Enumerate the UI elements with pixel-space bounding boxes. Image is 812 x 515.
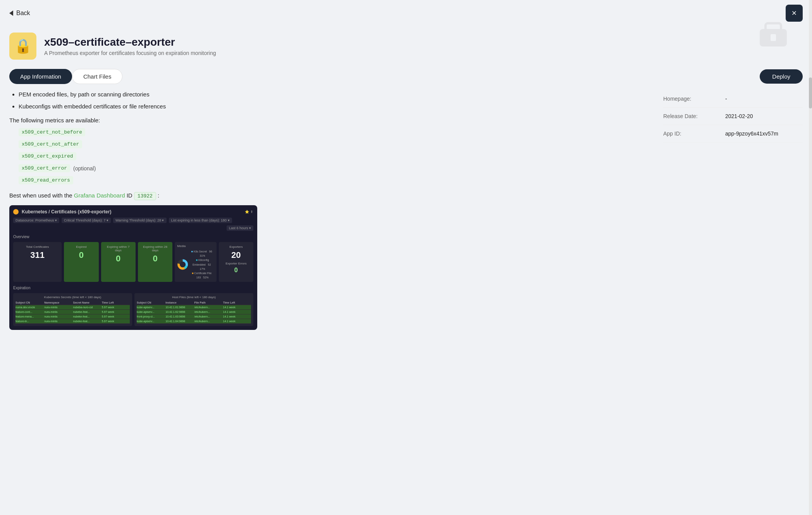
metric-badge: x509_cert_not_before — [19, 128, 85, 136]
metric-label: Expired — [67, 245, 95, 249]
back-label: Back — [16, 10, 30, 17]
exporters-label: Exporters — [222, 245, 250, 249]
expired-box: Expired 0 — [64, 242, 98, 282]
release-date-label: Release Date: — [663, 113, 725, 119]
host-table-title: Host Files (time left < 180 days) — [137, 295, 251, 299]
list-item: PEM encoded files, by path or scanning d… — [19, 90, 640, 99]
list-item: x509_read_errors — [19, 176, 640, 184]
expiring-28-box: Expiring within 28 days 0 — [138, 242, 172, 282]
svg-rect-2 — [771, 34, 776, 41]
list-item: x509_cert_not_after — [19, 140, 640, 148]
metric-value: 0 — [141, 254, 169, 264]
total-certs-box: Total Certificates 311 — [13, 242, 62, 282]
expiring-7-box: Expiring within 7 days 0 — [101, 242, 136, 282]
app-description: A Prometheus exporter for certificates f… — [44, 50, 216, 56]
expiration-grid: Kubernetes Secrets (time left < 180 days… — [13, 293, 253, 326]
metric-label: Expiring within 7 days — [104, 245, 132, 252]
tab-app-information[interactable]: App Information — [9, 69, 72, 84]
app-title: x509–certificate–exporter — [44, 36, 216, 48]
app-icon: 🔒 — [9, 33, 36, 60]
metric-value: 0 — [67, 250, 95, 260]
homepage-value: - — [725, 96, 727, 102]
brand-logo — [758, 19, 789, 48]
metric-badge: x509_cert_error — [19, 164, 70, 172]
metric-label: Expiring within 28 days — [141, 245, 169, 252]
list-item: Kubeconfigs with embedded certificates o… — [19, 102, 640, 111]
grafana-link[interactable]: Grafana Dashboard — [74, 192, 125, 199]
scrollbar-thumb[interactable] — [809, 77, 812, 108]
app-id-row: App ID: app-9pzoy6x41xv57m — [663, 125, 803, 142]
tab-chart-files[interactable]: Chart Files — [72, 69, 123, 84]
dashboard-preview: Kubernetes / Certificates (x509-exporter… — [9, 205, 257, 330]
release-date-value: 2021-02-20 — [725, 113, 753, 119]
metric-value: 311 — [16, 250, 58, 260]
exporter-errors-value: 0 — [222, 267, 250, 274]
k8s-table-title: Kubernetes Secrets (time left < 180 days… — [15, 295, 130, 299]
homepage-label: Homepage: — [663, 96, 725, 102]
exporter-errors-label: Exporter Errors — [222, 262, 250, 265]
exporters-value: 20 — [222, 250, 250, 260]
metric-label: Total Certificates — [16, 245, 58, 249]
host-table: Host Files (time left < 180 days) Subjec… — [134, 293, 253, 326]
overview-label: Overview — [13, 235, 253, 239]
exporters-box: Exporters 20 Exporter Errors 0 — [219, 242, 253, 282]
close-icon: × — [792, 8, 797, 18]
metrics-intro: The following metrics are available: — [9, 117, 640, 124]
app-id-label: App ID: — [663, 130, 725, 137]
media-donut: Media — [175, 242, 216, 282]
scrollbar-track[interactable] — [809, 0, 812, 330]
homepage-row: Homepage: - — [663, 90, 803, 108]
list-item: x509_cert_expired — [19, 152, 640, 160]
grafana-line: Best when used with the Grafana Dashboar… — [9, 192, 640, 199]
metrics-list: x509_cert_not_before x509_cert_not_after… — [9, 128, 640, 184]
dashboard-title: Kubernetes / Certificates (x509-exporter… — [22, 209, 111, 215]
metric-suffix: (optional) — [73, 165, 96, 172]
k8s-table: Kubernetes Secrets (time left < 180 days… — [13, 293, 132, 326]
metric-value: 0 — [104, 254, 132, 264]
metric-badge: x509_read_errors — [19, 176, 73, 184]
back-button[interactable]: Back — [9, 10, 30, 17]
grafana-id-badge: 13922 — [134, 192, 156, 200]
feature-list: PEM encoded files, by path or scanning d… — [9, 90, 640, 111]
metric-badge: x509_cert_expired — [19, 152, 76, 160]
deploy-button[interactable]: Deploy — [760, 69, 803, 84]
expiration-label: Expiration — [13, 286, 253, 290]
grafana-icon — [13, 209, 19, 215]
list-item: x509_cert_not_before — [19, 128, 640, 136]
release-date-row: Release Date: 2021-02-20 — [663, 108, 803, 125]
metric-badge: x509_cert_not_after — [19, 140, 82, 148]
list-item: x509_cert_error (optional) — [19, 164, 640, 172]
app-id-value: app-9pzoy6x41xv57m — [725, 130, 778, 137]
back-arrow-icon — [9, 10, 13, 16]
sidebar-info: Homepage: - Release Date: 2021-02-20 App… — [655, 90, 803, 330]
dashboard-toolbar: Datasource: Prometheus ▾ Critical Thresh… — [13, 218, 253, 231]
